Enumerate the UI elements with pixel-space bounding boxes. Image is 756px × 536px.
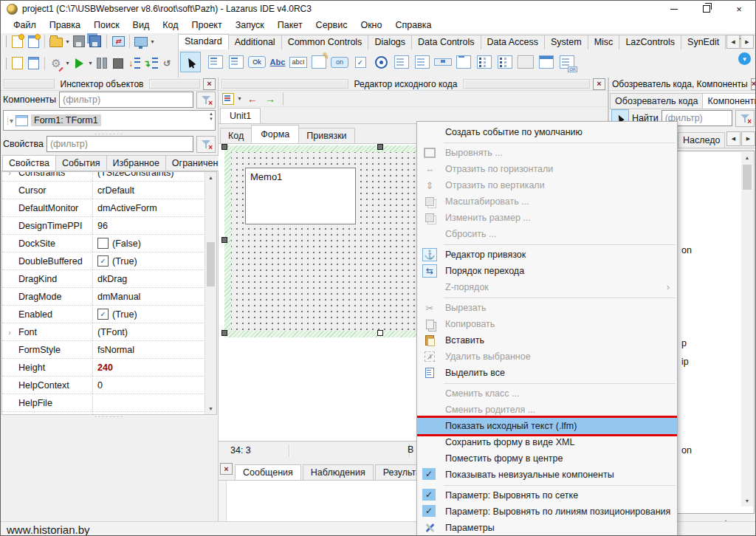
- menu-package[interactable]: Пакет: [271, 17, 309, 33]
- menu-tools[interactable]: Сервис: [309, 17, 354, 33]
- property-row-helpcontext[interactable]: HelpContext 0: [2, 377, 216, 394]
- pause-button[interactable]: [94, 55, 110, 72]
- step-into-button[interactable]: ↓: [126, 55, 142, 72]
- code-explorer-close-button[interactable]: ×: [751, 78, 756, 90]
- scroll-up-icon[interactable]: ▲: [205, 172, 216, 183]
- tab-anchors[interactable]: Привязки: [298, 128, 354, 143]
- palette-tradiobutton-button[interactable]: [372, 53, 390, 71]
- palette-tscrollbar-button[interactable]: [434, 53, 452, 71]
- menu-item-anchor-editor[interactable]: ⚓ Редактор привязок: [417, 247, 677, 263]
- palette-tcheckgroup-button[interactable]: [496, 53, 514, 71]
- code-explorer-titlebar[interactable]: Обозреватель кода, Компоненты ×: [609, 78, 756, 91]
- palette-tgroupbox-button[interactable]: [455, 53, 472, 71]
- splitter-handle[interactable]: ········: [1, 415, 218, 418]
- palette-tcombobox-button[interactable]: [413, 53, 431, 71]
- selection-handle-middle-left[interactable]: [221, 237, 227, 243]
- property-grid-scrollbar[interactable]: ▲ ▼: [205, 172, 216, 414]
- menu-help[interactable]: Справка: [388, 17, 438, 33]
- palette-tactionlist-button[interactable]: OK: [558, 53, 576, 71]
- property-row-helpkeyword[interactable]: HelpKeyword: [2, 412, 216, 415]
- palette-tab-prev-button[interactable]: ◀: [726, 35, 740, 49]
- menu-item-change-parent[interactable]: Сменить родителя ...: [417, 402, 677, 418]
- jump-history-dropdown[interactable]: ▾: [236, 91, 243, 107]
- palette-tframe-button[interactable]: [537, 53, 555, 71]
- property-row-designtimeppi[interactable]: DesignTimePPI 96: [2, 217, 216, 235]
- menu-edit[interactable]: Правка: [43, 17, 87, 33]
- tab-watches[interactable]: Наблюдения: [303, 464, 374, 480]
- property-row-constraints[interactable]: › Constraints (TSizeConstraints): [2, 171, 216, 182]
- menu-file[interactable]: Файл: [7, 17, 43, 33]
- view-windows-dropdown[interactable]: ▾: [149, 33, 156, 49]
- build-dropdown[interactable]: ▾: [64, 55, 71, 72]
- palette-tab-misc[interactable]: Misc: [588, 35, 620, 49]
- property-row-defaultmonitor[interactable]: DefaultMonitor dmActiveForm: [2, 199, 216, 217]
- menu-project[interactable]: Проект: [185, 17, 229, 33]
- palette-tab-data-controls[interactable]: Data Controls: [411, 35, 481, 49]
- palette-tedit-button[interactable]: abcI: [289, 53, 307, 71]
- components-filter-button[interactable]: ×: [735, 110, 755, 127]
- tree-scroll-down-icon[interactable]: ▼: [209, 117, 213, 121]
- palette-tab-lazcontrols[interactable]: LazControls: [619, 35, 681, 49]
- scroll-down-icon[interactable]: ▼: [741, 495, 753, 506]
- new-form-button[interactable]: [25, 33, 41, 49]
- subtab-next-button[interactable]: ▶: [741, 131, 755, 146]
- menu-item-show-nonvisual-components[interactable]: ✓ Показывать невизуальные компоненты: [417, 467, 677, 483]
- jump-history-button[interactable]: [221, 91, 235, 107]
- view-units-button[interactable]: [9, 55, 25, 72]
- properties-filter-button[interactable]: ×: [196, 136, 216, 153]
- step-over-button[interactable]: ↴: [142, 55, 159, 72]
- menu-item-mirror-horizontal[interactable]: ⇔ Отразить по горизонтали: [417, 161, 677, 177]
- run-dropdown[interactable]: ▾: [87, 55, 94, 72]
- palette-tab-standard[interactable]: Standard: [178, 34, 229, 49]
- palette-ttogglebox-button[interactable]: on: [331, 53, 348, 71]
- selection-handle-top-center[interactable]: [377, 144, 383, 150]
- tab-favorites[interactable]: Избранное: [106, 155, 166, 171]
- palette-tcheckbox-button[interactable]: ✓: [351, 53, 369, 71]
- palette-tmemo-button[interactable]: ✎: [310, 53, 328, 71]
- components-filter-input[interactable]: [59, 92, 193, 108]
- list-item-fragment[interactable]: on: [681, 245, 692, 255]
- expander-icon[interactable]: ›: [2, 328, 17, 337]
- save-all-button[interactable]: [87, 33, 103, 49]
- source-editor-titlebar[interactable]: Редактор исходного кода ×: [219, 78, 608, 91]
- property-row-doublebuffered[interactable]: DoubleBuffered ✓(True): [2, 252, 216, 270]
- palette-tab-common-controls[interactable]: Common Controls: [281, 35, 369, 49]
- tab-form[interactable]: Форма: [251, 125, 299, 143]
- view-windows-button[interactable]: [133, 33, 149, 49]
- palette-cursor-button[interactable]: [180, 52, 201, 72]
- menu-item-z-order[interactable]: Z-порядок ›: [417, 279, 677, 295]
- object-inspector-titlebar[interactable]: Инспектор объектов ×: [1, 78, 218, 91]
- palette-tradiogroup-button[interactable]: [475, 53, 493, 71]
- scroll-down-icon[interactable]: ▼: [205, 403, 216, 414]
- menu-item-delete-selected[interactable]: ✗ Удалить выбранное: [417, 348, 677, 365]
- tab-code-explorer[interactable]: Обозреватель кода: [610, 93, 703, 109]
- menu-item-scale[interactable]: Масштабировать ...: [417, 193, 677, 210]
- palette-tab-additional[interactable]: Additional: [228, 35, 282, 49]
- palette-tlabel-button[interactable]: Abc: [269, 53, 286, 71]
- menu-item-copy[interactable]: Копировать: [417, 316, 677, 332]
- tab-messages[interactable]: Сообщения: [235, 464, 301, 480]
- menu-item-align[interactable]: Выровнять ...: [417, 145, 677, 161]
- tab-properties[interactable]: Свойства: [2, 155, 56, 171]
- palette-tpopupmenu-button[interactable]: [227, 53, 245, 71]
- jump-forward-button[interactable]: →: [262, 91, 278, 107]
- messages-close-button[interactable]: ×: [220, 463, 233, 475]
- menu-item-option-snap-to-guidelines[interactable]: ✓ Параметр: Выровнять по линиям позицион…: [417, 504, 677, 520]
- selection-handle-bottom-left[interactable]: [221, 330, 227, 336]
- component-tree-item[interactable]: Form1: TForm1: [31, 114, 101, 126]
- properties-filter-input[interactable]: [47, 136, 193, 152]
- property-row-height[interactable]: Height 240: [2, 359, 216, 377]
- step-out-button[interactable]: ↺: [159, 55, 175, 72]
- new-unit-button[interactable]: [9, 33, 25, 49]
- open-button[interactable]: [48, 33, 64, 49]
- menu-item-select-all[interactable]: Выделить все: [417, 365, 677, 381]
- palette-tab-data-access[interactable]: Data Access: [481, 35, 545, 49]
- tab-unit1[interactable]: Unit1: [220, 108, 261, 123]
- menu-item-resize[interactable]: Изменить размер ...: [417, 210, 677, 226]
- object-inspector-close-button[interactable]: ×: [203, 78, 216, 90]
- menu-item-paste[interactable]: Вставить: [417, 332, 677, 348]
- expander-icon[interactable]: ›: [2, 171, 17, 177]
- tree-scroll-up-icon[interactable]: ▲: [209, 111, 213, 116]
- property-row-dragkind[interactable]: DragKind dkDrag: [2, 270, 216, 288]
- list-item-fragment[interactable]: on: [681, 445, 692, 456]
